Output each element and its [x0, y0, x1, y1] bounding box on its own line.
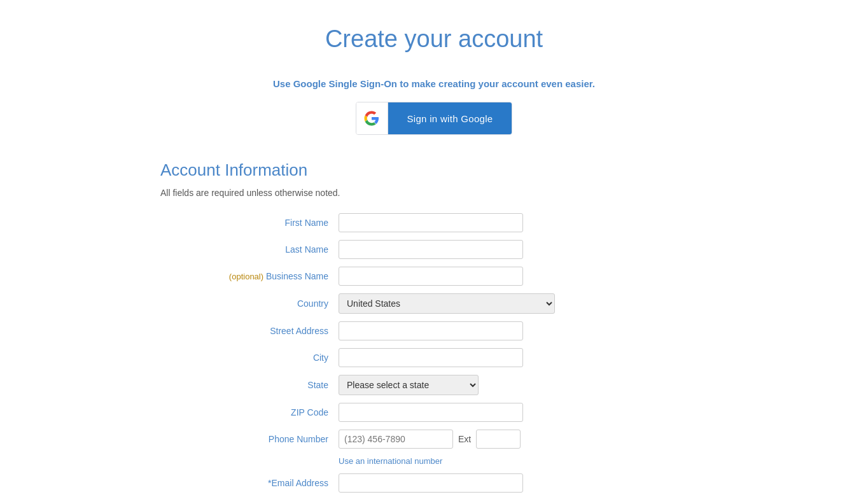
optional-tag: (optional): [229, 272, 263, 281]
country-select[interactable]: United States Canada United Kingdom: [339, 293, 555, 314]
city-row: City: [160, 348, 708, 367]
street-address-row: Street Address: [160, 321, 708, 340]
page-title: Create your account: [160, 25, 708, 53]
phone-fields-group: Ext: [339, 430, 521, 449]
email-label: *Email Address: [160, 478, 339, 488]
google-btn-text: Sign in with Google: [388, 102, 512, 134]
email-input[interactable]: [339, 473, 523, 493]
state-label: State: [160, 380, 339, 390]
zip-input[interactable]: [339, 403, 523, 422]
page-container: Create your account Use Google Single Si…: [148, 0, 720, 497]
country-row: Country United States Canada United King…: [160, 293, 708, 314]
business-name-label: (optional) Business Name: [160, 271, 339, 281]
last-name-input[interactable]: [339, 240, 523, 259]
ext-input[interactable]: [476, 430, 521, 449]
state-row: State Please select a state Alabama Alas…: [160, 375, 708, 395]
last-name-row: Last Name: [160, 240, 708, 259]
sso-tagline: Use Google Single Sign-On to make creati…: [160, 78, 708, 89]
zip-row: ZIP Code: [160, 403, 708, 422]
account-info-section: Account Information All fields are requi…: [160, 160, 708, 497]
city-label: City: [160, 353, 339, 363]
google-icon-wrapper: [356, 102, 388, 134]
phone-input[interactable]: [339, 430, 453, 449]
google-signin-button[interactable]: Sign in with Google: [356, 102, 513, 135]
intl-link-row: Use an international number: [160, 456, 708, 466]
street-address-label: Street Address: [160, 326, 339, 336]
business-name-row: (optional) Business Name: [160, 267, 708, 286]
business-name-input[interactable]: [339, 267, 523, 286]
section-title: Account Information: [160, 160, 708, 180]
email-row: *Email Address: [160, 473, 708, 493]
first-name-row: First Name: [160, 213, 708, 232]
last-name-label: Last Name: [160, 244, 339, 255]
sso-section: Use Google Single Sign-On to make creati…: [160, 78, 708, 135]
phone-row: Phone Number Ext: [160, 430, 708, 449]
country-label: Country: [160, 298, 339, 309]
street-address-input[interactable]: [339, 321, 523, 340]
city-input[interactable]: [339, 348, 523, 367]
intl-number-link[interactable]: Use an international number: [339, 456, 442, 466]
first-name-input[interactable]: [339, 213, 523, 232]
google-g-icon: [364, 111, 379, 126]
first-name-label: First Name: [160, 218, 339, 228]
required-note: All fields are required unless otherwise…: [160, 188, 708, 198]
ext-label: Ext: [458, 434, 471, 444]
phone-label: Phone Number: [160, 434, 339, 444]
state-select[interactable]: Please select a state Alabama Alaska Ari…: [339, 375, 479, 395]
business-name-label-text: Business Name: [266, 271, 328, 281]
form-table: First Name Last Name (optional) Business…: [160, 213, 708, 497]
zip-label: ZIP Code: [160, 407, 339, 417]
